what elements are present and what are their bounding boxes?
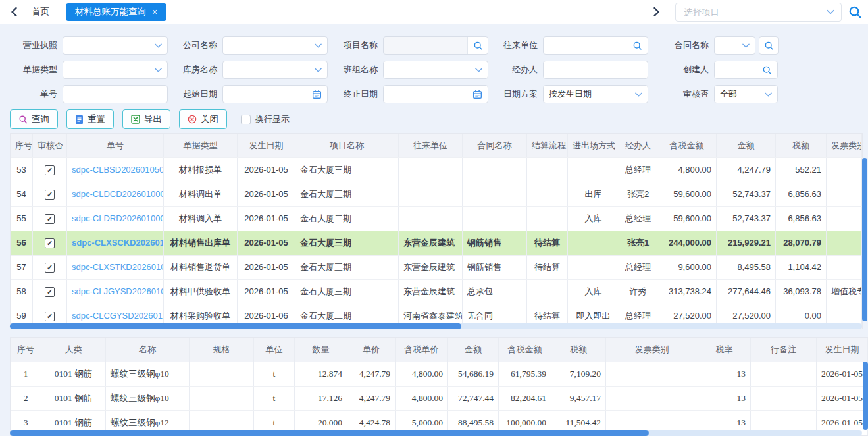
contract-name-select[interactable]: [714, 36, 755, 55]
export-button[interactable]: 导出: [122, 109, 170, 129]
project-select-input[interactable]: [682, 7, 827, 18]
cell-project-name: 金石大厦二期: [295, 207, 399, 231]
project-search-button[interactable]: [842, 2, 868, 22]
warehouse-name-select[interactable]: [222, 61, 328, 79]
counterparty-input[interactable]: [543, 36, 648, 55]
calendar-icon: [472, 90, 482, 99]
main-table-row[interactable]: 57✓sdpc-CLXSTKD20260105000材料销售退货单2026-01…: [11, 256, 862, 280]
wrap-display-checkbox[interactable]: [241, 115, 251, 124]
cell-tax-incl-unit-price: 4,800.00: [396, 387, 448, 410]
cell-tax-incl-amount: 4,800.00: [657, 158, 717, 182]
cell-doc-no[interactable]: sdpc-CLBSD20260105000: [67, 158, 164, 182]
cell-amount: 215,929.21: [717, 231, 776, 255]
cell-amount: 52,743.37: [717, 182, 776, 206]
col-handler: 经办人: [619, 134, 657, 157]
tabs-back-button[interactable]: [5, 3, 22, 21]
cell-doc-no[interactable]: sdpc-CLJGYSD20260105000: [67, 280, 164, 304]
row-checkbox[interactable]: ✓: [45, 214, 55, 224]
detail-table-vscroll-thumb[interactable]: [863, 362, 868, 430]
doc-type-label: 单据类型: [0, 64, 63, 76]
cell-occur-date: 2026-01-05: [238, 231, 295, 255]
filter-row-2: 单据类型 库房名称 班组名称 经办人 创建人: [0, 61, 868, 79]
main-table-row[interactable]: 56✓sdpc-CLXSCKD20260105000材料销售出库单2026-01…: [11, 231, 862, 256]
cell-doc-no[interactable]: sdpc-CLXSTKD20260105000: [67, 256, 164, 279]
cell-tax-rate: 13: [698, 362, 751, 386]
handler-input[interactable]: [543, 61, 648, 79]
end-date-input[interactable]: [383, 85, 488, 103]
detail-table-row[interactable]: 10101 钢筋螺纹三级钢φ10t12.8744,247.794,800.005…: [11, 362, 868, 387]
detail-table-hscrollbar[interactable]: [10, 430, 862, 436]
doc-no-input[interactable]: [63, 85, 168, 103]
row-checkbox[interactable]: ✓: [45, 287, 55, 297]
doc-type-select[interactable]: [63, 61, 168, 79]
search-icon: [764, 41, 774, 51]
cell-tax-amount: 9,457.17: [551, 387, 606, 410]
query-button[interactable]: 查询: [10, 109, 58, 129]
cell-handler: 总经理: [619, 256, 657, 279]
detail-table-hscroll-thumb[interactable]: [10, 430, 649, 436]
col-unit: 单位: [254, 338, 295, 362]
cell-tax-incl-unit-price: 4,800.00: [396, 362, 448, 386]
business-license-select[interactable]: [63, 36, 168, 55]
cell-seq: 53: [11, 158, 33, 182]
cell-counterparty: 东营金辰建筑: [399, 231, 463, 255]
col-unit-price: 单价: [347, 338, 396, 362]
row-checkbox[interactable]: ✓: [45, 165, 55, 175]
calendar-icon: [312, 90, 322, 99]
cell-audited: ✓: [33, 256, 67, 279]
tab-close-icon[interactable]: ×: [152, 7, 157, 16]
col-inout-mode: 进出场方式: [568, 134, 619, 157]
main-table-row[interactable]: 54✓sdpc-CLDCD20260100000材料调出单2026-01-05金…: [11, 182, 862, 207]
cell-doc-no[interactable]: sdpc-CLXSCKD20260105000: [67, 231, 164, 255]
row-checkbox[interactable]: ✓: [45, 238, 55, 248]
cell-counterparty: [399, 207, 463, 231]
audit-status-select[interactable]: 全部: [714, 85, 778, 103]
tab-home[interactable]: 首页: [22, 6, 59, 18]
row-checkbox[interactable]: ✓: [45, 190, 55, 200]
tab-material-ledger-query[interactable]: 材料总账万能查询 ×: [66, 3, 166, 21]
row-checkbox[interactable]: ✓: [45, 312, 55, 321]
audit-status-label: 审核否: [648, 88, 714, 100]
date-scheme-select[interactable]: 按发生日期: [543, 85, 648, 103]
main-table-row[interactable]: 58✓sdpc-CLJGYSD20260105000材料甲供验收单2026-01…: [11, 280, 862, 304]
project-selector[interactable]: [675, 3, 842, 22]
main-table-row[interactable]: 55✓sdpc-CLDRD20260100000材料调入单2026-01-05金…: [11, 207, 862, 231]
cell-inout-mode: [568, 231, 619, 255]
cell-doc-type: 材料调出单: [164, 182, 238, 206]
cell-name: 螺纹三级钢φ10: [106, 362, 190, 386]
col-tax-amount: 税额: [776, 134, 827, 157]
reset-button[interactable]: 重置: [66, 109, 114, 129]
cell-doc-no[interactable]: sdpc-CLDCD20260100000: [67, 182, 164, 206]
cell-occur-date: 2026-01-05: [817, 362, 868, 386]
main-table-hscrollbar[interactable]: [10, 323, 862, 329]
cell-occur-date: 2026-01-05: [238, 280, 295, 304]
export-button-label: 导出: [144, 113, 162, 125]
project-name-search-addon[interactable]: [467, 37, 488, 54]
contract-search-button[interactable]: [759, 36, 779, 55]
project-name-input[interactable]: [383, 36, 488, 55]
cell-occur-date: 2026-01-05: [238, 158, 295, 182]
col-invoice-type: 发票类别: [827, 134, 862, 157]
detail-table-row[interactable]: 20101 钢筋螺纹三级钢φ10t17.1264,247.794,800.007…: [11, 387, 868, 411]
company-name-select[interactable]: [222, 36, 328, 55]
main-table-hscroll-thumb[interactable]: [10, 323, 461, 329]
project-name-label: 项目名称: [328, 40, 383, 51]
team-name-select[interactable]: [383, 61, 488, 79]
cell-tax-incl-amount: 313,738.24: [657, 280, 717, 304]
main-table-vscroll-thumb[interactable]: [862, 158, 867, 321]
cell-contract-name: 钢筋销售: [463, 256, 527, 279]
cell-unit-price: 4,247.79: [347, 362, 396, 386]
cell-occur-date: 2026-01-05: [238, 256, 295, 279]
cell-doc-no[interactable]: sdpc-CLDRD20260100000: [67, 207, 164, 231]
creator-input[interactable]: [714, 61, 778, 79]
col-settlement-flow: 结算流程: [527, 134, 568, 157]
col-contract-name: 合同名称: [463, 134, 527, 157]
row-checkbox[interactable]: ✓: [45, 263, 55, 273]
tabs-forward-button[interactable]: [648, 3, 665, 21]
close-button[interactable]: 关闭: [179, 109, 227, 129]
business-license-label: 营业执照: [0, 40, 63, 51]
wrap-display-option[interactable]: 换行显示: [241, 113, 290, 125]
main-table-row[interactable]: 53✓sdpc-CLBSD20260105000材料报损单2026-01-05金…: [11, 158, 862, 182]
cell-category: 0101 钢筋: [41, 362, 106, 386]
start-date-input[interactable]: [222, 85, 328, 103]
